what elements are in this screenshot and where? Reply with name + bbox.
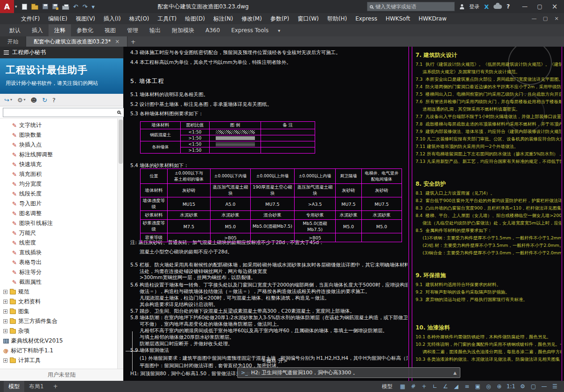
open-file-icon[interactable] — [31, 5, 38, 10]
ribbon-tab[interactable]: A360 — [200, 24, 226, 36]
transparency-icon[interactable]: ◎ — [485, 383, 492, 390]
sidebar-tool-item[interactable]: ✎表格导出 — [0, 258, 123, 267]
menu-item[interactable]: 窗口(W) — [294, 13, 323, 24]
polar-tracking-icon[interactable]: ∠ — [442, 383, 449, 390]
doc-restore-button[interactable]: ▢ — [541, 13, 550, 24]
sidebar-tool-item[interactable]: ✎线段长度 — [0, 189, 123, 199]
new-tab-button[interactable]: + — [127, 36, 139, 47]
object-snap-tracking-icon[interactable]: ≡ — [464, 383, 471, 390]
menu-item[interactable]: 视图(V) — [71, 13, 99, 24]
sidebar-search-input[interactable] — [3, 108, 126, 117]
login-status[interactable]: 用户未登陆 — [0, 369, 123, 381]
settings-gear-icon[interactable]: ⚙▾ — [17, 97, 26, 103]
sidebar-tool-item[interactable]: ✎线密度 — [0, 238, 123, 248]
menu-item[interactable]: 绘图(D) — [181, 13, 209, 24]
model-space-button[interactable]: 模型 — [382, 383, 393, 390]
maximize-button[interactable]: ▢ — [532, 0, 547, 13]
tab-active-drawing[interactable]: 配套中心建筑立面改造图03.23* × — [26, 36, 127, 47]
expand-icon[interactable]: + — [3, 358, 7, 363]
grid-display-icon[interactable]: ▦ — [399, 383, 406, 390]
ribbon-tab[interactable]: 默认 — [4, 24, 26, 36]
layout-tab[interactable]: 模型 — [4, 381, 24, 392]
save-as-icon[interactable] — [52, 4, 58, 9]
ortho-mode-icon[interactable]: ∟ — [431, 383, 438, 390]
annotation-monitor-icon[interactable]: ▢ — [530, 383, 537, 390]
ribbon-tab[interactable]: Express Tools — [226, 24, 274, 36]
qat-dropdown-icon[interactable]: ▾ — [92, 4, 95, 10]
ribbon-tab[interactable]: 视图 — [99, 24, 121, 36]
menu-item[interactable]: Express — [351, 13, 381, 24]
expand-icon[interactable]: + — [3, 290, 7, 294]
ribbon-tab[interactable]: 管理 — [121, 24, 144, 36]
sidebar-tool-item[interactable]: ✎文字统计 — [0, 120, 123, 130]
layout-tab[interactable]: 布局1 — [24, 381, 49, 392]
doc-close-button[interactable]: × — [552, 13, 561, 24]
drawing-canvas[interactable]: 4.3 砌体施工时应与各专业图纸密切配合，预留洞及预埋件位置须经各专业核对无误后… — [124, 47, 564, 381]
undo-icon[interactable]: ↶ — [73, 4, 78, 10]
app-menu-arrow-icon[interactable]: ▾ — [15, 4, 17, 9]
expand-icon[interactable]: + — [3, 309, 7, 314]
menu-item[interactable]: 帮助(H) — [323, 13, 351, 24]
minimize-button[interactable]: — — [517, 0, 532, 13]
help-icon[interactable]: ? — [52, 97, 56, 103]
user-icon[interactable]: ☻ — [31, 97, 37, 103]
app-logo[interactable]: A — [0, 0, 14, 13]
menu-item[interactable]: HWKSoft — [381, 13, 414, 24]
menu-item[interactable]: HWKDraw — [414, 13, 451, 24]
sign-in-link[interactable]: 登录 — [469, 3, 479, 10]
plot-icon[interactable] — [62, 6, 69, 10]
sidebar-tool-item[interactable]: ✎填充面积 — [0, 169, 123, 179]
scrollbar-thumb[interactable] — [119, 119, 123, 164]
sidebar-tool-item[interactable]: ✎图块数量 — [0, 130, 123, 140]
cloud-icon[interactable] — [494, 5, 502, 9]
sidebar-tool-item[interactable]: ✎块插入点 — [0, 140, 123, 150]
expand-icon[interactable]: + — [3, 319, 7, 323]
menu-item[interactable]: 文件(F) — [17, 13, 44, 24]
expand-icon[interactable]: + — [3, 300, 7, 304]
close-button[interactable]: × — [547, 0, 562, 13]
sidebar-tool-item[interactable]: ✎直线插块 — [0, 248, 123, 258]
sidebar-tool-item[interactable]: ✎截面属性 — [0, 277, 123, 287]
selection-cycling-icon[interactable]: ⊕ — [496, 383, 503, 390]
menu-item[interactable]: 编辑(E) — [44, 13, 71, 24]
object-snap-icon[interactable]: ▣ — [474, 383, 481, 390]
menu-item[interactable]: 标注(N) — [209, 13, 237, 24]
menu-item[interactable]: 修改(M) — [237, 13, 266, 24]
menu-item[interactable]: 工具(T) — [154, 13, 181, 24]
command-line[interactable]: >_ H2: 卫生间排气道留洞100，洞中心高3300 。 ▲ — [237, 367, 460, 378]
login-panel-icon[interactable]: ↪▾ — [4, 97, 12, 103]
doc-minimize-button[interactable]: — — [529, 13, 539, 24]
tab-close-icon[interactable]: × — [115, 38, 120, 45]
help-icon[interactable]: ? — [507, 3, 510, 10]
ribbon-tab[interactable]: 插入 — [26, 24, 49, 36]
sidebar-banner[interactable]: 工程设计最佳助手 用设计师小秘书软件，请关注我们的网站 — [0, 58, 123, 94]
command-history-arrow-icon[interactable]: ▲ — [453, 371, 457, 375]
ribbon-overflow-icon[interactable]: ▾ — [274, 24, 284, 36]
search-icon[interactable] — [117, 111, 120, 114]
sidebar-tool-item[interactable]: ✎标注线脚调整 — [0, 150, 123, 160]
sidebar-folder-item[interactable]: @标记下料助手1.1 — [0, 346, 123, 356]
workspace-switching-icon[interactable]: ⚙ — [519, 383, 526, 390]
sidebar-tool-item[interactable]: ✎标注等分 — [0, 267, 123, 277]
ribbon-tab[interactable]: 输出 — [144, 24, 166, 36]
isodraft-icon[interactable]: ◢ — [453, 383, 460, 390]
snap-mode-icon[interactable]: # — [410, 383, 417, 390]
sidebar-tool-item[interactable]: ✎图块引线标注 — [0, 218, 123, 228]
sidebar-folder-item[interactable]: +图集 — [0, 307, 123, 316]
ribbon-tab[interactable]: 参数化 — [71, 24, 99, 36]
command-text[interactable]: H2: 卫生间排气道留洞100，洞中心高3300 。 — [251, 369, 450, 376]
tree-scrollbar[interactable] — [117, 119, 123, 369]
dynamic-input-icon[interactable]: + — [421, 383, 428, 390]
menu-item[interactable]: 插入(I) — [99, 13, 125, 24]
new-layout-button[interactable]: + — [49, 381, 63, 392]
sidebar-folder-item[interactable]: +杂项 — [0, 326, 123, 336]
sidebar-tool-item[interactable]: ✎万能尺 — [0, 228, 123, 238]
autodesk-exchange-icon[interactable]: X — [484, 3, 489, 10]
sidebar-folder-item[interactable]: +文档资料 — [0, 297, 123, 307]
redo-icon[interactable]: ↷ — [82, 4, 87, 10]
menu-item[interactable]: 参数(P) — [266, 13, 294, 24]
save-file-icon[interactable] — [42, 4, 48, 9]
isolate-objects-icon[interactable]: — — [541, 383, 548, 390]
menu-item[interactable]: 格式(O) — [125, 13, 154, 24]
sidebar-folder-item[interactable]: 豪典线材优化V2015 — [0, 336, 123, 346]
